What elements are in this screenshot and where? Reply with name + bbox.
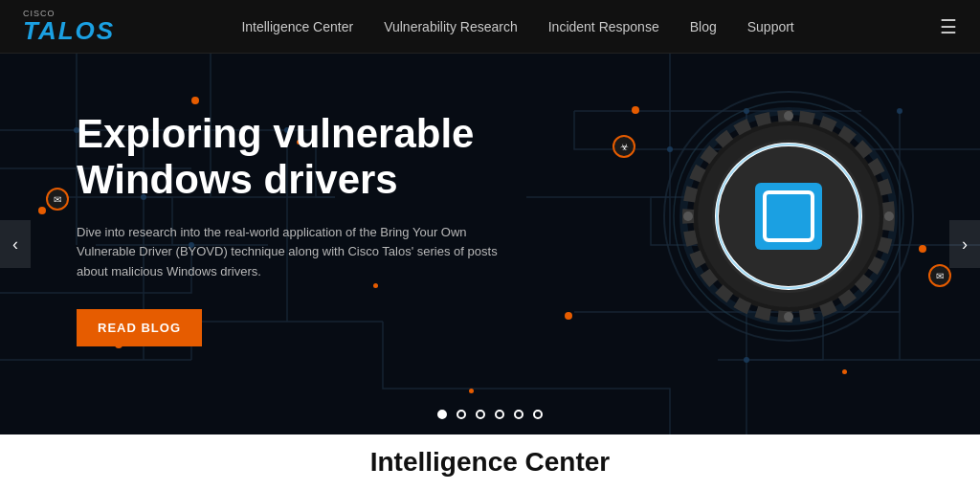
- orange-dot-6: [632, 106, 639, 114]
- orange-dot-9: [842, 369, 847, 374]
- nav-item-blog[interactable]: Blog: [690, 18, 717, 35]
- nav-item-vulnerability-research[interactable]: Vulnerability Research: [384, 18, 518, 35]
- svg-point-31: [744, 357, 749, 363]
- carousel-next-button[interactable]: ›: [949, 220, 980, 268]
- svg-point-44: [784, 312, 793, 322]
- carousel-dot-3[interactable]: [476, 410, 485, 419]
- icon-badge-1: ✉: [46, 188, 69, 211]
- carousel-dot-1[interactable]: [437, 410, 447, 419]
- carousel-dot-2[interactable]: [457, 410, 466, 419]
- carousel-dot-6[interactable]: [533, 410, 543, 419]
- hero-graphic: [655, 82, 923, 350]
- nav-link-support[interactable]: Support: [747, 19, 794, 34]
- orange-dot-1: [191, 97, 199, 104]
- intel-center-banner: Intelligence Center: [0, 434, 980, 490]
- logo-area[interactable]: cisco TALOS: [23, 10, 115, 43]
- talos-logo: TALOS: [23, 18, 115, 43]
- hero-description: Dive into research into the real-world a…: [77, 223, 526, 282]
- nav-link-incident-response[interactable]: Incident Response: [548, 19, 659, 34]
- intel-center-title: Intelligence Center: [370, 447, 611, 478]
- nav-item-incident-response[interactable]: Incident Response: [548, 18, 659, 35]
- orange-dot-11: [469, 389, 474, 393]
- nav-item-intelligence-center[interactable]: Intelligence Center: [241, 18, 353, 35]
- carousel-prev-button[interactable]: ‹: [0, 220, 31, 268]
- navbar: cisco TALOS Intelligence Center Vulnerab…: [0, 0, 980, 54]
- nav-link-blog[interactable]: Blog: [690, 19, 717, 34]
- read-blog-button[interactable]: READ BLOG: [77, 309, 202, 346]
- carousel-dot-4[interactable]: [495, 410, 504, 419]
- nav-link-intelligence-center[interactable]: Intelligence Center: [241, 19, 353, 34]
- svg-point-42: [784, 111, 793, 121]
- icon-badge-2: ✉: [928, 264, 951, 287]
- carousel-dot-5[interactable]: [514, 410, 523, 419]
- hero-content: Exploring vulnerable Windows drivers Div…: [77, 111, 574, 346]
- svg-point-43: [884, 212, 894, 221]
- hero-title: Exploring vulnerable Windows drivers: [77, 111, 574, 204]
- svg-point-45: [683, 212, 693, 221]
- carousel-dots: [437, 410, 543, 419]
- icon-badge-3: ☣: [612, 135, 635, 158]
- hero-section: ✉ ✉ ☣ Exploring vulnerable Windows drive…: [0, 54, 980, 434]
- orange-dot-3: [38, 207, 46, 214]
- nav-link-vulnerability-research[interactable]: Vulnerability Research: [384, 19, 518, 34]
- nav-item-support[interactable]: Support: [747, 18, 794, 35]
- hamburger-icon[interactable]: ☰: [940, 15, 957, 38]
- nav-links: Intelligence Center Vulnerability Resear…: [241, 18, 793, 35]
